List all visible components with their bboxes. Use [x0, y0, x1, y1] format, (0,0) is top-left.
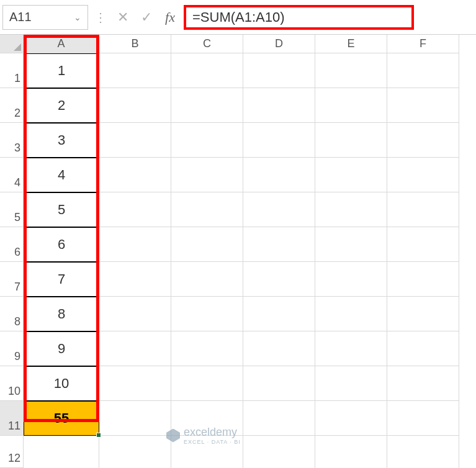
cell-empty[interactable]	[315, 227, 387, 262]
cell-empty[interactable]	[387, 436, 459, 468]
cell-empty[interactable]	[171, 88, 243, 123]
column-header-c[interactable]: C	[171, 35, 243, 53]
column-header-a[interactable]: A	[24, 35, 99, 53]
cell-empty[interactable]	[243, 436, 315, 468]
row-header[interactable]: 7	[0, 262, 24, 297]
cell-empty[interactable]	[387, 158, 459, 192]
cell-empty[interactable]	[315, 192, 387, 227]
row-header[interactable]: 8	[0, 297, 24, 331]
row-header[interactable]: 3	[0, 123, 24, 158]
cell-empty[interactable]	[99, 297, 171, 331]
cell-empty[interactable]	[243, 297, 315, 331]
cell-a[interactable]: 4	[24, 158, 99, 192]
cell-empty[interactable]	[99, 53, 171, 88]
cell-empty[interactable]	[243, 158, 315, 192]
cell-empty[interactable]	[171, 297, 243, 331]
cell-empty[interactable]	[387, 192, 459, 227]
cell-a[interactable]: 9	[24, 331, 99, 366]
cell-empty[interactable]	[171, 123, 243, 158]
cell-empty[interactable]	[99, 401, 171, 436]
cell-empty[interactable]	[387, 262, 459, 297]
cell-empty[interactable]	[171, 227, 243, 262]
cell-empty[interactable]	[243, 366, 315, 401]
cell-empty[interactable]	[243, 88, 315, 123]
cell-a[interactable]: 6	[24, 227, 99, 262]
cell-empty[interactable]	[243, 401, 315, 436]
cell-a[interactable]: 1	[24, 53, 99, 88]
cell-empty[interactable]	[387, 401, 459, 436]
table-row: 1010	[0, 366, 476, 401]
cell-empty[interactable]	[99, 88, 171, 123]
cell-empty[interactable]	[99, 436, 171, 468]
cell-empty[interactable]	[315, 297, 387, 331]
cell-empty[interactable]	[387, 297, 459, 331]
row-header[interactable]: 12	[0, 436, 24, 468]
cell-empty[interactable]	[99, 262, 171, 297]
row-header[interactable]: 2	[0, 88, 24, 123]
cell-a[interactable]: 7	[24, 262, 99, 297]
column-header-d[interactable]: D	[243, 35, 315, 53]
cell-empty[interactable]	[243, 227, 315, 262]
cell-a[interactable]: 2	[24, 88, 99, 123]
cell-empty[interactable]	[315, 262, 387, 297]
cell-empty[interactable]	[315, 88, 387, 123]
cell-a[interactable]: 8	[24, 297, 99, 331]
cell-empty[interactable]	[99, 331, 171, 366]
cell-empty[interactable]	[315, 158, 387, 192]
cell-empty[interactable]	[387, 227, 459, 262]
cell-empty[interactable]	[171, 262, 243, 297]
cell-empty[interactable]	[99, 227, 171, 262]
cancel-icon[interactable]: ✕	[113, 5, 133, 30]
column-header-b[interactable]: B	[99, 35, 171, 53]
cell-a[interactable]: 3	[24, 123, 99, 158]
cell-empty[interactable]	[243, 262, 315, 297]
row-header[interactable]: 1	[0, 53, 24, 88]
spreadsheet-grid: A B C D E F 1122334455667788991010115512…	[0, 35, 476, 468]
select-all-corner[interactable]	[0, 35, 24, 53]
cell-empty[interactable]	[171, 331, 243, 366]
cell-empty[interactable]	[315, 366, 387, 401]
cell-empty[interactable]	[315, 436, 387, 468]
cell-sum[interactable]: 55	[24, 401, 99, 436]
cell-empty[interactable]	[243, 192, 315, 227]
cell-empty[interactable]	[171, 192, 243, 227]
row-header[interactable]: 5	[0, 192, 24, 227]
column-header-e[interactable]: E	[315, 35, 387, 53]
fill-handle[interactable]	[96, 433, 101, 438]
row-header[interactable]: 6	[0, 227, 24, 262]
row-header[interactable]: 10	[0, 366, 24, 401]
cell-empty[interactable]	[387, 331, 459, 366]
cell-empty[interactable]	[171, 366, 243, 401]
cell-empty[interactable]	[243, 331, 315, 366]
cell-empty[interactable]	[243, 53, 315, 88]
row-header[interactable]: 11	[0, 401, 24, 436]
cell-empty[interactable]	[387, 366, 459, 401]
cell-empty[interactable]	[387, 123, 459, 158]
cell-empty[interactable]	[315, 53, 387, 88]
row-header[interactable]: 4	[0, 158, 24, 192]
cell-a[interactable]: 10	[24, 366, 99, 401]
cell-empty[interactable]	[99, 366, 171, 401]
table-row: 99	[0, 331, 476, 366]
cell-empty[interactable]	[387, 88, 459, 123]
cell-empty[interactable]	[99, 192, 171, 227]
cell-empty[interactable]	[315, 331, 387, 366]
name-box-value: A11	[9, 10, 32, 24]
cell-empty[interactable]	[99, 123, 171, 158]
cell-empty[interactable]	[315, 123, 387, 158]
cell-empty[interactable]	[99, 158, 171, 192]
enter-icon[interactable]: ✓	[137, 5, 156, 30]
cell-empty[interactable]	[243, 123, 315, 158]
fx-icon[interactable]: fx	[160, 9, 180, 25]
cell-empty[interactable]	[171, 158, 243, 192]
chevron-down-icon[interactable]: ⌄	[74, 12, 81, 22]
row-header[interactable]: 9	[0, 331, 24, 366]
column-header-f[interactable]: F	[387, 35, 459, 53]
cell-empty[interactable]	[387, 53, 459, 88]
cell-empty[interactable]	[171, 53, 243, 88]
name-box[interactable]: A11 ⌄	[2, 5, 88, 30]
cell-empty[interactable]	[315, 401, 387, 436]
cell-a[interactable]: 5	[24, 192, 99, 227]
formula-input[interactable]: =SUM(A1:A10)	[184, 5, 414, 30]
cell-empty[interactable]	[24, 436, 99, 468]
